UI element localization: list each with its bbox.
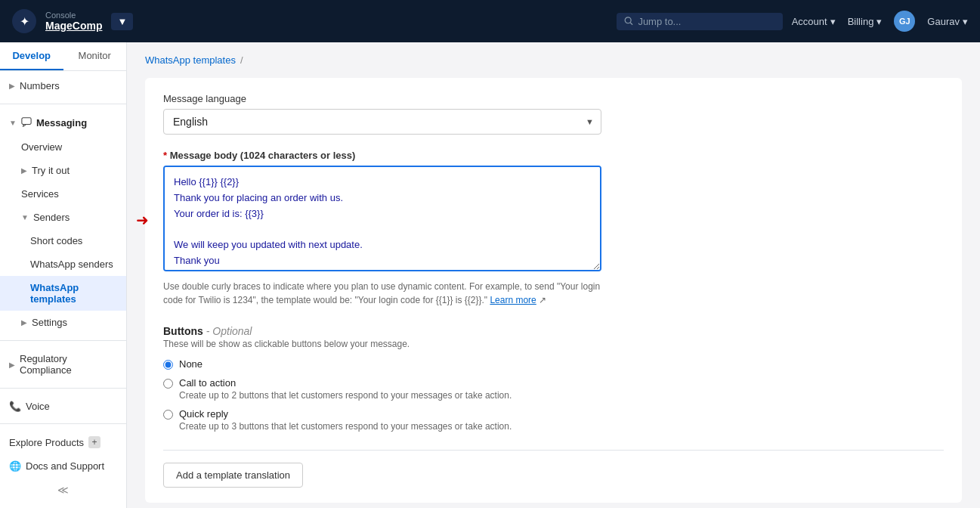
sidebar-collapse-button[interactable]: ≪ — [0, 478, 126, 502]
learn-more-link[interactable]: Learn more — [490, 295, 536, 305]
sidebar-item-senders[interactable]: ▼ Senders — [0, 206, 126, 229]
add-translation-button[interactable]: Add a template translation — [163, 463, 303, 488]
message-body-wrapper: ➜ Hello {{1}} {{2}} Thank you for placin… — [163, 166, 944, 274]
app-logo: ✦ — [12, 9, 36, 33]
radio-cta-item: Call to action Create up to 2 buttons th… — [163, 377, 601, 401]
console-label: Console — [45, 11, 102, 20]
radio-none[interactable] — [163, 360, 173, 370]
sidebar-item-whatsapp-templates[interactable]: WhatsApp templates — [0, 276, 126, 311]
globe-icon: 🌐 — [9, 460, 21, 472]
phone-icon: 📞 — [9, 401, 21, 412]
breadcrumb-separator: / — [240, 54, 243, 66]
radio-quick[interactable] — [163, 410, 173, 420]
messaging-icon — [21, 116, 32, 127]
radio-none-item: None — [163, 358, 601, 370]
radio-cta-label[interactable]: Call to action Create up to 2 buttons th… — [179, 377, 512, 401]
sidebar-item-messaging[interactable]: ▼ Messaging — [0, 110, 126, 135]
user-menu-button[interactable]: Gaurav ▾ — [927, 16, 968, 27]
tab-develop[interactable]: Develop — [0, 42, 63, 70]
message-language-label: Message language — [163, 93, 944, 104]
sidebar-item-short-codes[interactable]: Short codes — [0, 229, 126, 252]
buttons-subtitle: These will be show as clickable buttons … — [163, 339, 944, 349]
sidebar-item-settings[interactable]: ▶ Settings — [0, 311, 126, 334]
sidebar-numbers-section: ▶ Numbers — [0, 71, 126, 101]
company-name: MageComp — [45, 20, 102, 32]
chevron-right-settings-icon: ▶ — [21, 318, 27, 327]
sidebar-tabs: Develop Monitor — [0, 42, 126, 71]
form-card: Message language English * Message body … — [145, 78, 962, 503]
message-hint: Use double curly braces to indicate wher… — [163, 280, 601, 307]
breadcrumb-link[interactable]: WhatsApp templates — [145, 54, 236, 66]
sidebar-bottom: Explore Products + 🌐 Docs and Support ≪ — [0, 423, 126, 508]
radio-quick-item: Quick reply Create up to 3 buttons that … — [163, 408, 601, 432]
sidebar-item-overview[interactable]: Overview — [0, 135, 126, 159]
message-body-label: * Message body (1024 characters or less) — [163, 150, 944, 161]
sidebar-item-explore-products[interactable]: Explore Products + — [0, 430, 126, 454]
tab-monitor[interactable]: Monitor — [63, 42, 127, 70]
search-icon — [624, 16, 634, 26]
chevron-right-small-icon: ▶ — [21, 166, 27, 175]
svg-point-0 — [625, 17, 631, 23]
sidebar-item-voice[interactable]: 📞 Voice — [0, 395, 126, 418]
radio-quick-label[interactable]: Quick reply Create up to 3 buttons that … — [179, 408, 512, 432]
radio-cta[interactable] — [163, 379, 173, 389]
message-language-select-wrapper: English — [163, 109, 601, 135]
message-language-field: Message language English — [163, 93, 944, 135]
plus-icon: + — [88, 436, 100, 448]
svg-line-1 — [630, 23, 632, 25]
sidebar-item-numbers[interactable]: ▶ Numbers — [0, 74, 126, 98]
divider-3 — [0, 388, 126, 389]
main-layout: Develop Monitor ▶ Numbers ▼ Messaging — [0, 0, 980, 508]
buttons-radio-group: None Call to action Create up to 2 butto… — [163, 358, 601, 432]
message-body-textarea[interactable]: Hello {{1}} {{2}} Thank you for placing … — [163, 166, 601, 271]
main-content: WhatsApp templates / Message language En… — [127, 42, 980, 508]
sidebar-messaging-section: ▼ Messaging Overview ▶ Try it out Servic… — [0, 107, 126, 337]
sidebar: Develop Monitor ▶ Numbers ▼ Messaging — [0, 42, 127, 508]
radio-none-label[interactable]: None — [179, 358, 202, 370]
breadcrumb: WhatsApp templates / — [145, 54, 962, 66]
message-body-section: * Message body (1024 characters or less)… — [163, 150, 944, 307]
svg-rect-2 — [22, 118, 31, 125]
sidebar-item-regulatory[interactable]: ▶ Regulatory Compliance — [0, 347, 126, 382]
account-button[interactable]: Account ▾ — [792, 16, 836, 27]
divider-1 — [0, 104, 126, 104]
chevron-down-small-icon: ▼ — [21, 213, 29, 221]
billing-button[interactable]: Billing ▾ — [848, 16, 883, 27]
optional-label: - Optional — [206, 325, 252, 337]
chevron-right-icon: ▶ — [9, 82, 15, 90]
brand-info: Console MageComp — [45, 11, 102, 32]
search-input[interactable] — [638, 16, 774, 27]
divider-2 — [0, 340, 126, 341]
sidebar-regulatory-section: ▶ Regulatory Compliance — [0, 344, 126, 385]
company-dropdown-button[interactable]: ▼ — [111, 13, 133, 30]
sidebar-voice-section: 📞 Voice — [0, 392, 126, 421]
collapse-icon: ≪ — [57, 484, 69, 496]
nav-actions: Account ▾ Billing ▾ GJ Gaurav ▾ — [792, 11, 968, 32]
action-bar: Add a template translation — [163, 450, 944, 488]
global-search — [617, 13, 783, 30]
avatar: GJ — [894, 11, 915, 32]
sidebar-item-docs-support[interactable]: 🌐 Docs and Support — [0, 454, 126, 478]
sidebar-item-try-it-out[interactable]: ▶ Try it out — [0, 159, 126, 182]
sidebar-item-whatsapp-senders[interactable]: WhatsApp senders — [0, 252, 126, 276]
chevron-down-icon: ▼ — [9, 119, 17, 127]
required-marker: * — [163, 150, 170, 161]
buttons-title: Buttons - Optional — [163, 325, 944, 337]
chevron-right-reg-icon: ▶ — [9, 361, 15, 369]
buttons-section: Buttons - Optional These will be show as… — [163, 325, 944, 432]
top-navigation: ✦ Console MageComp ▼ Account ▾ Billing ▾… — [0, 0, 980, 42]
sidebar-item-services[interactable]: Services — [0, 182, 126, 206]
message-language-select[interactable]: English — [163, 109, 601, 135]
red-arrow-indicator: ➜ — [136, 211, 149, 229]
